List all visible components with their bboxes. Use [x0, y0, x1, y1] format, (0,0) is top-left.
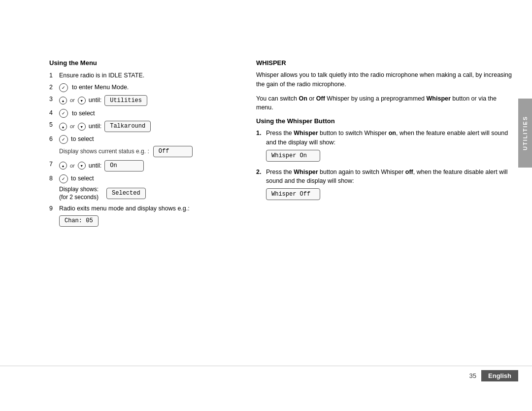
step-6-text: to select: [71, 135, 94, 144]
step-1-number: 1: [49, 71, 59, 80]
step-6-content: to select Display shows current status e…: [59, 135, 193, 157]
step-9-number: 9: [49, 205, 59, 213]
or-text-7: or: [70, 162, 75, 170]
whisper-para2-whisper: Whisper: [427, 95, 451, 102]
step-7-until: until:: [89, 162, 101, 171]
step-7-inline: or until: On: [59, 160, 144, 171]
whisper-para2-prefix: You can switch: [256, 95, 299, 102]
step-7-number: 7: [49, 160, 59, 169]
step-3-number: 3: [49, 95, 59, 104]
step-list: 1 Ensure radio is in IDLE STATE. 2 to en…: [49, 71, 236, 227]
arrow-up-icon-7: [59, 162, 67, 170]
whisper-step-1-num: 1.: [256, 129, 266, 138]
whisper-step-2-display: Whisper Off: [266, 188, 320, 200]
arrow-up-icon-5: [59, 123, 67, 131]
step-3-until: until:: [89, 96, 101, 105]
whisper-steps: 1. Press the Whisper button to switch Wh…: [256, 129, 512, 200]
whisper-step-2-bold1: Whisper: [294, 169, 318, 175]
step-7-content: or until: On: [59, 160, 144, 171]
step-3-display: Utilities: [104, 95, 147, 106]
select-btn-icon-4: [59, 109, 68, 118]
page-number: 35: [469, 372, 476, 379]
whisper-step-2-num: 2.: [256, 168, 266, 177]
step-9-display-row: Chan: 05: [59, 215, 190, 227]
arrow-up-icon-3: [59, 97, 67, 104]
step-7-display: On: [104, 160, 144, 171]
step-1-text: Ensure radio is in IDLE STATE.: [59, 71, 236, 80]
whisper-para2: You can switch On or Off Whisper by usin…: [256, 94, 512, 113]
step-2-number: 2: [49, 83, 59, 92]
step-9-display: Chan: 05: [59, 215, 99, 227]
whisper-para2-cont: Whisper by using a preprogrammed: [325, 95, 427, 102]
step-8-number: 8: [49, 174, 59, 183]
step-9-content: Radio exits menu mode and display shows …: [59, 205, 190, 226]
step-4-content: to select: [59, 109, 236, 118]
step-8-sub-label2: (for 2 seconds): [59, 193, 99, 202]
whisper-step-1-content: Press the Whisper button to switch Whisp…: [266, 129, 512, 162]
whisper-step-1-bold2: on: [389, 130, 396, 137]
main-content: Using the Menu 1 Ensure radio is in IDLE…: [49, 59, 512, 362]
whisper-para2-off: Off: [316, 95, 325, 102]
arrow-down-icon-5: [78, 123, 86, 131]
whisper-step-1-display: Whisper On: [266, 150, 320, 162]
step-4-number: 4: [49, 109, 59, 118]
english-badge: English: [481, 370, 518, 381]
select-btn-icon-6: [59, 135, 68, 144]
step-5-until: until:: [89, 122, 101, 131]
whisper-step-1-bold1: Whisper: [294, 130, 318, 137]
bottom-bar: 35 English: [0, 366, 532, 381]
whisper-step-1: 1. Press the Whisper button to switch Wh…: [256, 129, 512, 162]
select-btn-icon: [59, 83, 68, 92]
whisper-step-1-mid: button to switch Whisper: [318, 130, 389, 137]
whisper-step-1-prefix: Press the: [266, 130, 294, 137]
step-6-number: 6: [49, 135, 59, 144]
step-5-display: Talkaround: [104, 121, 151, 132]
utilities-tab: UTILITIES: [518, 99, 532, 168]
or-text-3: or: [70, 97, 75, 104]
step-8: 8 to select Display shows: (for 2 second…: [49, 174, 236, 202]
whisper-step-2-bold2: off: [405, 169, 413, 175]
whisper-para2-middle: or: [307, 95, 316, 102]
whisper-para1: Whisper allows you to talk quietly into …: [256, 70, 512, 89]
step-8-display-row: Display shows: (for 2 seconds) Selected: [59, 185, 146, 202]
step-6-sub-label: Display shows current status e.g. :: [59, 147, 149, 156]
step-6: 6 to select Display shows current status…: [49, 135, 236, 157]
arrow-down-icon-3: [78, 97, 86, 104]
step-7: 7 or until: On: [49, 160, 236, 171]
step-5-inline: or until: Talkaround: [59, 121, 151, 132]
step-3: 3 or until: Utilities: [49, 95, 236, 106]
whisper-step-2-prefix: Press the: [266, 169, 294, 175]
whisper-subheading: Using the Whisper Button: [256, 117, 512, 125]
step-6-display-row: Display shows current status e.g. : Off: [59, 146, 193, 157]
step-3-content: or until: Utilities: [59, 95, 147, 106]
whisper-title: WHISPER: [256, 59, 512, 67]
step-6-display: Off: [153, 146, 193, 157]
step-5-content: or until: Talkaround: [59, 121, 151, 132]
whisper-step-2: 2. Press the Whisper button again to swi…: [256, 168, 512, 201]
step-8-sub-label: Display shows:: [59, 185, 99, 194]
step-2-content: to enter Menu Mode.: [59, 83, 236, 92]
or-text-5: or: [70, 123, 75, 130]
step-3-inline: or until: Utilities: [59, 95, 147, 106]
step-8-display: Selected: [106, 188, 146, 199]
step-9-text: Radio exits menu mode and display shows …: [59, 205, 190, 213]
step-1: 1 Ensure radio is in IDLE STATE.: [49, 71, 236, 80]
select-btn-icon-8: [59, 174, 68, 183]
step-5: 5 or until: Talkaround: [49, 121, 236, 132]
step-8-inline: to select: [59, 174, 146, 183]
step-8-labels: Display shows: (for 2 seconds): [59, 185, 99, 202]
whisper-step-2-mid: button again to switch Whisper: [318, 169, 405, 175]
step-2: 2 to enter Menu Mode.: [49, 83, 236, 92]
utilities-label: UTILITIES: [522, 116, 528, 150]
step-8-text: to select: [71, 174, 94, 183]
step-8-content: to select Display shows: (for 2 seconds)…: [59, 174, 146, 202]
step-4: 4 to select: [49, 109, 236, 118]
step-2-text: to enter Menu Mode.: [72, 83, 129, 92]
whisper-step-2-content: Press the Whisper button again to switch…: [266, 168, 512, 201]
right-column: WHISPER Whisper allows you to talk quiet…: [256, 59, 512, 362]
step-5-number: 5: [49, 121, 59, 130]
step-4-text: to select: [72, 109, 95, 118]
step-9: 9 Radio exits menu mode and display show…: [49, 205, 236, 226]
whisper-para2-on: On: [299, 95, 307, 102]
page-container: UTILITIES Using the Menu 1 Ensure radio …: [0, 0, 532, 411]
